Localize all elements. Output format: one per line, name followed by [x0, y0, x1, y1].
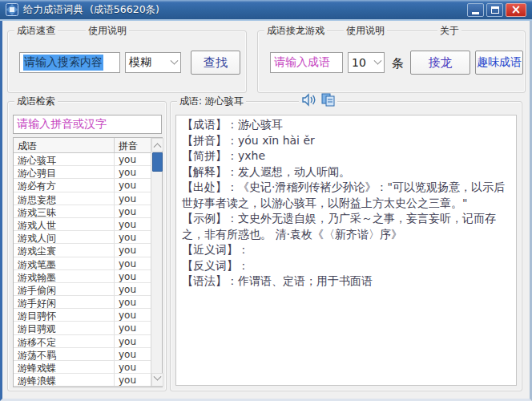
detail-line: 【简拼】：yxhe [182, 148, 510, 164]
table-scrollbar[interactable] [151, 138, 162, 387]
scrollbar-thumb[interactable] [152, 152, 163, 172]
pinyin-cell: you [115, 153, 151, 166]
detail-line: 【示例】：文史外无遗自娱，乃广采～之事，妄言妄听，记而存之，非有所惑也。 清·袁… [182, 211, 510, 242]
pinyin-cell: you [115, 361, 151, 374]
table-row[interactable]: 游戏人间 you [14, 231, 151, 244]
idiom-cell: 游目骋观 [14, 322, 115, 334]
close-icon: × [511, 4, 522, 16]
column-header-pinyin[interactable]: 拼音 [115, 138, 151, 152]
chain-count-select[interactable]: 10 [348, 52, 385, 73]
table-row[interactable]: 游戏翰墨 you [14, 270, 151, 283]
idiom-table-header: 成语 拼音 [14, 138, 151, 153]
idiom-table-body: 游心骇耳 you 游心骋目 you 游必有方 you [14, 153, 151, 387]
maximize-button[interactable] [486, 3, 503, 17]
table-row[interactable]: 游目骋观 you [14, 322, 151, 334]
index-group: 成语检索 请输入拼音或汉字 成语 拼音 游心骇耳 you [7, 101, 167, 391]
search-mode-select[interactable]: 模糊 [125, 52, 181, 73]
table-row[interactable]: 游戏人世 you [14, 218, 151, 231]
idiom-cell: 游心骇耳 [14, 153, 115, 166]
window-title: 给力成语词典 (成语56620条) [23, 3, 159, 17]
idiom-cell: 游戏翰墨 [14, 270, 115, 283]
idiom-cell: 游戏尘寰 [14, 244, 115, 257]
idiom-cell: 游必有方 [14, 179, 115, 192]
pinyin-cell: you [115, 205, 151, 218]
idiom-detail-text[interactable]: 【成语】：游心骇耳 【拼音】：yóu xīn hài ěr 【简拼】：yxhe … [175, 115, 517, 386]
detail-line: 【近义词】： [182, 242, 510, 258]
close-button[interactable]: × [506, 3, 526, 17]
pinyin-cell: you [115, 296, 151, 309]
chain-input-placeholder: 请输入成语 [274, 55, 330, 70]
quick-search-help-link[interactable]: 使用说明 [86, 25, 129, 37]
idiom-cell: 游蜂戏蝶 [14, 361, 115, 374]
table-row[interactable]: 游目骋怀 you [14, 309, 151, 322]
idiom-cell: 游蜂浪蝶 [14, 374, 115, 387]
app-icon [6, 3, 18, 16]
chevron-down-icon [154, 373, 162, 381]
chain-button[interactable]: 接龙 [410, 51, 470, 75]
pinyin-cell: you [115, 218, 151, 231]
app-window: 给力成语词典 (成语56620条) × 成语速查 使用说明 请输入搜索内容 模糊… [0, 0, 532, 401]
speaker-icon[interactable] [301, 93, 316, 107]
chevron-down-icon [374, 56, 382, 64]
pinyin-cell: you [115, 166, 151, 179]
idiom-cell: 游戏三昧 [14, 205, 115, 218]
idiom-cell: 游思妄想 [14, 192, 115, 205]
table-row[interactable]: 游手好闲 you [14, 296, 151, 309]
chain-input[interactable]: 请输入成语 [270, 52, 343, 73]
table-row[interactable]: 游移不定 you [14, 335, 151, 348]
chain-game-group: 成语接龙游戏 使用说明 关于 请输入成语 10 条 接龙 趣味成语 [257, 30, 526, 93]
idiom-table: 成语 拼音 游心骇耳 you 游心骋目 you [13, 137, 163, 387]
idiom-cell: 游移不定 [14, 335, 115, 348]
quick-search-group-label: 成语速查 [14, 25, 58, 37]
minimize-button[interactable] [467, 3, 484, 17]
quick-search-input[interactable]: 请输入搜索内容 [19, 52, 120, 73]
table-row[interactable]: 游荡不羁 you [14, 348, 151, 361]
idiom-cell: 游目骋怀 [14, 309, 115, 322]
minimize-icon [472, 12, 479, 14]
table-row[interactable]: 游蜂浪蝶 you [14, 374, 151, 387]
table-row[interactable]: 游心骇耳 you [14, 153, 151, 166]
pinyin-cell: you [115, 231, 151, 244]
quick-search-input-value: 请输入搜索内容 [23, 55, 103, 71]
about-link[interactable]: 关于 [437, 25, 461, 37]
table-row[interactable]: 游必有方 you [14, 179, 151, 192]
detail-line: 【解释】：发人遐想，动人听闻。 [182, 164, 510, 180]
pinyin-cell: you [115, 283, 151, 296]
scroll-up-button[interactable] [151, 138, 163, 152]
pinyin-search-input[interactable]: 请输入拼音或汉字 [13, 115, 162, 134]
count-unit-label: 条 [392, 56, 404, 71]
detail-line: 【语法】：作谓语、定语；用于书面语 [182, 273, 510, 290]
chain-game-help-link[interactable]: 使用说明 [344, 25, 387, 37]
detail-group-label: 成语: 游心骇耳 [177, 95, 246, 107]
column-header-idiom[interactable]: 成语 [14, 138, 115, 152]
chevron-up-icon [154, 143, 162, 151]
pinyin-cell: you [115, 257, 151, 270]
find-button[interactable]: 查找 [191, 51, 240, 75]
window-titlebar[interactable]: 给力成语词典 (成语56620条) × [0, 0, 532, 21]
idiom-cell: 游戏笔墨 [14, 257, 115, 270]
pinyin-cell: you [115, 192, 151, 205]
copy-icon[interactable] [321, 93, 335, 107]
idiom-cell: 游手偷闲 [14, 283, 115, 296]
maximize-icon [491, 6, 499, 14]
pinyin-cell: you [115, 335, 151, 348]
detail-line: 【出处】：《史记·滑稽列传褚少孙论》："可以览观扬意，以示后世好事者读之，以游心… [182, 180, 510, 211]
detail-line: 【拼音】：yóu xīn hài ěr [182, 133, 510, 149]
pinyin-cell: you [115, 374, 151, 387]
fun-idiom-button[interactable]: 趣味成语 [475, 51, 523, 75]
table-row[interactable]: 游蜂戏蝶 you [14, 361, 151, 374]
table-row[interactable]: 游思妄想 you [14, 192, 151, 205]
table-row[interactable]: 游戏尘寰 you [14, 244, 151, 257]
table-row[interactable]: 游戏笔墨 you [14, 257, 151, 270]
detail-group: 成语: 游心骇耳 【成语】：游心骇耳 【拼音】：yóu xīn hài ěr 【… [170, 101, 522, 391]
pinyin-cell: you [115, 309, 151, 322]
chevron-down-icon [171, 56, 179, 64]
idiom-cell: 游心骋目 [14, 166, 115, 179]
idiom-cell: 游荡不羁 [14, 348, 115, 361]
table-row[interactable]: 游手偷闲 you [14, 283, 151, 296]
table-row[interactable]: 游心骋目 you [14, 166, 151, 179]
table-row[interactable]: 游戏三昧 you [14, 205, 151, 218]
pinyin-cell: you [115, 244, 151, 257]
scroll-down-button[interactable] [151, 373, 163, 387]
pinyin-cell: you [115, 348, 151, 361]
